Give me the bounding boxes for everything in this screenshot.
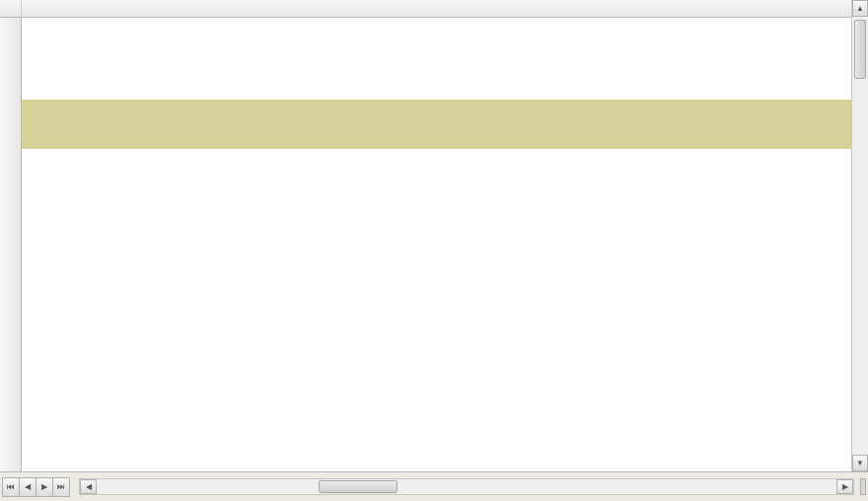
row-headers [0, 18, 22, 471]
table-header-row [22, 100, 868, 149]
subtitle-cell[interactable] [22, 77, 868, 100]
column-headers-bar [0, 0, 868, 18]
sheet-content[interactable] [22, 18, 868, 471]
spreadsheet-grid [0, 18, 868, 471]
horizontal-scroll-thumb[interactable] [319, 480, 398, 493]
h-scroll-track[interactable] [97, 479, 836, 494]
scroll-left-button[interactable]: ◀ [80, 479, 97, 494]
first-sheet-button[interactable]: ⏮ [2, 477, 20, 497]
select-all-corner[interactable] [0, 0, 22, 17]
scroll-down-button[interactable]: ▼ [852, 455, 868, 471]
split-handle[interactable] [860, 478, 866, 495]
bottom-bar: ⏮ ◀ ▶ ⏭ ◀ ▶ [0, 471, 868, 501]
vertical-scroll-thumb[interactable] [854, 20, 866, 79]
sheet-nav-buttons: ⏮ ◀ ▶ ⏭ [2, 477, 69, 497]
prev-sheet-button[interactable]: ◀ [19, 477, 36, 497]
last-sheet-button[interactable]: ⏭ [52, 477, 70, 497]
vertical-scrollbar[interactable]: ▲ ▼ [851, 0, 868, 471]
title-cell[interactable] [22, 18, 868, 77]
horizontal-scrollbar[interactable]: ◀ ▶ [79, 478, 854, 495]
scroll-up-button[interactable]: ▲ [852, 0, 868, 17]
next-sheet-button[interactable]: ▶ [36, 477, 53, 497]
scroll-right-button[interactable]: ▶ [836, 479, 853, 494]
